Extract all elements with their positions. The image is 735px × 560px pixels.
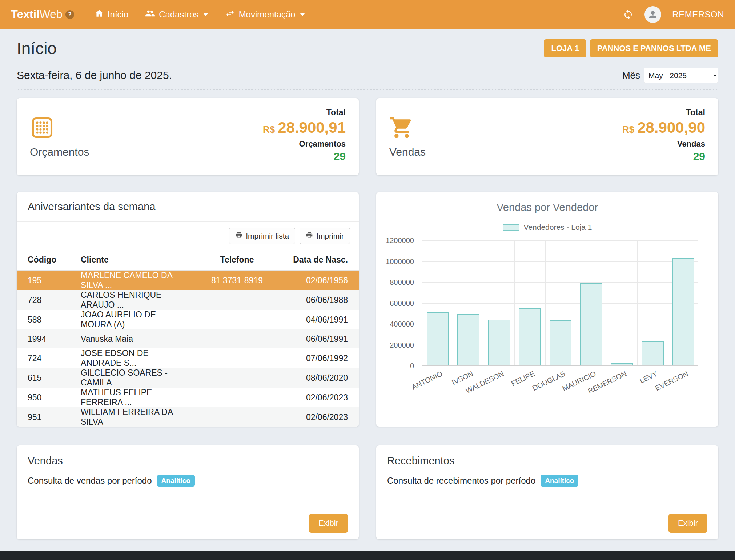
- cell-codigo: 724: [17, 348, 75, 368]
- birthdays-title: Aniversariantes da semana: [17, 192, 359, 222]
- table-row[interactable]: 195MARLENE CAMELO DA SILVA ...81 3731-89…: [17, 270, 359, 290]
- gridline-v: [484, 240, 484, 365]
- gridline-h: [422, 261, 698, 262]
- cell-telefone: [192, 348, 282, 368]
- brand-light: Web: [40, 8, 63, 21]
- bar-felipe: [519, 308, 541, 365]
- cell-cliente: WILLIAM FERREIRA DA SILVA: [75, 407, 192, 427]
- cell-codigo: 728: [17, 290, 75, 310]
- company-button[interactable]: PANNOS E PANNOS LTDA ME: [590, 39, 718, 57]
- gridline-h: [422, 303, 698, 304]
- report-title: Recebimentos: [376, 445, 718, 469]
- summary-card-label: Orçamentos: [30, 146, 89, 158]
- bar-chart: 020000040000060000080000010000001200000 …: [376, 238, 718, 398]
- month-label: Mês: [622, 70, 640, 81]
- gridline-v: [453, 240, 453, 365]
- table-row[interactable]: 950MATHEUS FELIPE FERREIRA ...02/06/2023: [17, 388, 359, 407]
- count-label: Orçamentos: [263, 139, 346, 149]
- gridline-v: [545, 240, 546, 365]
- print-list-button[interactable]: Imprimir lista: [229, 228, 295, 244]
- table-row[interactable]: 588JOAO AURELIO DE MOURA (A)04/06/1991: [17, 310, 359, 329]
- current-date: Sexta-feira, 6 de junho de 2025.: [17, 69, 172, 81]
- cell-cliente: MARLENE CAMELO DA SILVA ...: [75, 270, 192, 290]
- cell-telefone: [192, 368, 282, 388]
- gridline-v: [576, 240, 576, 365]
- report-description: Consulta de vendas por período: [28, 476, 152, 486]
- navbar: TextilWeb ? Início Cadastros Movimentaçã…: [0, 0, 735, 29]
- main-content: Início LOJA 1 PANNOS E PANNOS LTDA ME Se…: [0, 29, 735, 539]
- nav-item-label: Início: [108, 9, 128, 20]
- cell-cliente: GILCLECIO SOARES - CAMILA: [75, 368, 192, 388]
- gridline-v: [699, 240, 699, 365]
- chart-title: Vendas por Vendedor: [376, 201, 718, 213]
- gridline-v: [668, 240, 668, 365]
- help-icon[interactable]: ?: [65, 10, 74, 19]
- chevron-down-icon: [203, 13, 208, 16]
- chart-plot-area: [422, 240, 698, 366]
- cell-cliente: CARLOS HENRIQUE ARAUJO ...: [75, 290, 192, 310]
- table-row[interactable]: 615GILCLECIO SOARES - CAMILA08/06/2020: [17, 368, 359, 388]
- x-tick-label: LEVY: [638, 369, 659, 385]
- brand-logo[interactable]: TextilWeb ?: [11, 8, 74, 21]
- x-tick-label: EVERSON: [654, 369, 690, 393]
- cell-nascimento: 06/06/1991: [282, 329, 359, 348]
- exibir-vendas-button[interactable]: Exibir: [309, 514, 348, 533]
- brand-bold: Textil: [11, 8, 40, 21]
- birthdays-panel: Aniversariantes da semana Imprimir lista…: [17, 192, 359, 427]
- legend-label: Vendedores - Loja 1: [524, 223, 592, 232]
- bar-remerson: [611, 363, 633, 365]
- gridline-v: [607, 240, 607, 365]
- cell-nascimento: 02/06/1956: [282, 270, 359, 290]
- y-tick-label: 200000: [390, 341, 414, 349]
- y-tick-label: 600000: [390, 299, 414, 307]
- cell-telefone: [192, 310, 282, 329]
- table-row[interactable]: 1994Vanuska Maia06/06/1991: [17, 329, 359, 348]
- table-row[interactable]: 724JOSE EDSON DE ANDRADE S...07/06/1992: [17, 348, 359, 368]
- cell-nascimento: 02/06/2023: [282, 407, 359, 427]
- nav-item-label: Cadastros: [159, 9, 198, 20]
- cell-telefone: [192, 407, 282, 427]
- nav-item-movimentacao[interactable]: Movimentação: [225, 8, 305, 21]
- cell-telefone: 81 3731-8919: [192, 270, 282, 290]
- swap-arrows-icon: [225, 8, 235, 21]
- nav-item-label: Movimentação: [239, 9, 296, 20]
- username[interactable]: REMERSON: [672, 9, 724, 20]
- legend-swatch: [503, 224, 519, 231]
- count-value: 29: [263, 150, 346, 163]
- cell-cliente: MATHEUS FELIPE FERREIRA ...: [75, 388, 192, 407]
- bar-antonio: [427, 312, 449, 365]
- table-row[interactable]: 728CARLOS HENRIQUE ARAUJO ...06/06/1988: [17, 290, 359, 310]
- column-header-nascimento: Data de Nasc.: [282, 250, 359, 270]
- bar-mauricio: [580, 283, 602, 365]
- y-tick-label: 0: [410, 362, 414, 370]
- sales-chart-panel: Vendas por Vendedor Vendedores - Loja 1 …: [376, 192, 718, 427]
- home-icon: [95, 9, 104, 20]
- gridline-h: [422, 240, 698, 241]
- column-header-codigo: Código: [17, 250, 75, 270]
- cell-codigo: 950: [17, 388, 75, 407]
- recebimentos-report-card: Recebimentos Consulta de recebimentos po…: [376, 445, 718, 539]
- cell-telefone: [192, 329, 282, 348]
- cell-telefone: [192, 290, 282, 310]
- print-button[interactable]: Imprimir: [300, 228, 350, 244]
- nav-item-cadastros[interactable]: Cadastros: [145, 8, 208, 21]
- count-value: 29: [622, 150, 705, 163]
- month-select[interactable]: May - 2025: [644, 68, 718, 83]
- bar-levy: [642, 341, 664, 365]
- refresh-icon[interactable]: [623, 9, 634, 20]
- chart-legend[interactable]: Vendedores - Loja 1: [376, 223, 718, 232]
- count-label: Vendas: [622, 139, 705, 149]
- table-row[interactable]: 951WILLIAM FERREIRA DA SILVA02/06/2023: [17, 407, 359, 427]
- users-icon: [145, 8, 155, 21]
- user-avatar[interactable]: [644, 6, 661, 23]
- column-header-telefone: Telefone: [192, 250, 282, 270]
- printer-icon: [306, 231, 313, 240]
- y-tick-label: 1200000: [386, 236, 414, 245]
- birthdays-table: Código Cliente Telefone Data de Nasc. 19…: [17, 250, 359, 427]
- vendas-summary-card: Vendas Total R$28.900,90 Vendas 29: [376, 98, 718, 175]
- exibir-recebimentos-button[interactable]: Exibir: [668, 514, 707, 533]
- store-button[interactable]: LOJA 1: [544, 39, 586, 57]
- nav-item-inicio[interactable]: Início: [95, 9, 128, 20]
- gridline-v: [514, 240, 515, 365]
- gridline-v: [637, 240, 638, 365]
